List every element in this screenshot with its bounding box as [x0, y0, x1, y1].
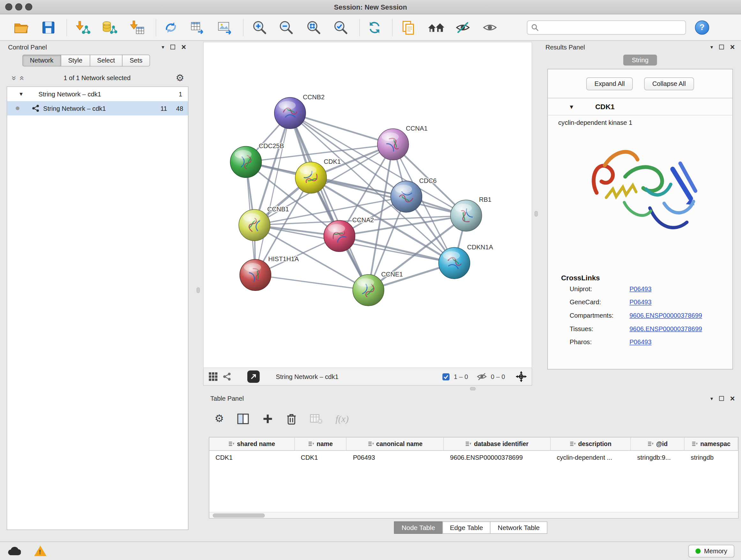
copy-style-button[interactable]	[399, 18, 418, 37]
panel-close-icon[interactable]: ×	[730, 394, 735, 402]
panel-menu-icon[interactable]: ▾	[162, 44, 164, 50]
delete-column-trash-icon[interactable]	[286, 413, 297, 425]
crosslink-value-link[interactable]: P06493	[629, 299, 651, 306]
zoom-fit-button[interactable]	[304, 18, 323, 37]
tab-network-table[interactable]: Network Table	[490, 521, 547, 534]
column-header-canonical-name[interactable]: canonical name	[347, 437, 444, 450]
network-badge-icon[interactable]	[223, 372, 231, 381]
open-in-new-window-button[interactable]	[247, 370, 260, 383]
expand-all-button[interactable]: Expand All	[587, 77, 633, 90]
refresh-button[interactable]	[365, 18, 384, 37]
new-network-button[interactable]	[161, 18, 181, 37]
node-CCNE1[interactable]	[353, 274, 384, 306]
tree-expanded-icon[interactable]: ▼	[18, 91, 25, 97]
zoom-selected-button[interactable]	[331, 18, 350, 37]
column-header--id[interactable]: @id	[631, 437, 684, 450]
gene-section-header[interactable]: ▼ CDK1	[548, 98, 733, 116]
crosslink-value-link[interactable]: 9606.ENSP00000378699	[629, 325, 702, 332]
crosslink-value-link[interactable]: P06493	[629, 286, 651, 293]
network-collection-row[interactable]: ▼ String Network – cdk1 1	[7, 87, 188, 101]
table-options-gear-icon[interactable]: ⚙	[214, 414, 224, 424]
panel-float-icon[interactable]	[171, 45, 175, 50]
table-cell[interactable]: CDK1	[209, 454, 294, 461]
table-row[interactable]: CDK1CDK1P064939606.ENSP00000378699cyclin…	[209, 451, 738, 464]
expand-all-icon[interactable]: »	[17, 76, 25, 80]
panel-close-icon[interactable]: ×	[730, 43, 735, 51]
cloud-icon[interactable]	[7, 546, 21, 556]
table-cell[interactable]: stringdb:9...	[631, 454, 684, 461]
tab-sets[interactable]: Sets	[122, 55, 150, 66]
memory-button[interactable]: Memory	[688, 544, 734, 557]
help-button[interactable]: ?	[692, 18, 712, 37]
scrollbar-thumb[interactable]	[212, 513, 265, 517]
maximize-window-button[interactable]	[25, 3, 32, 10]
horizontal-scrollbar[interactable]	[209, 512, 738, 518]
column-header-database-identifier[interactable]: database identifier	[444, 437, 550, 450]
network-view-canvas[interactable]: CCNB2CCNA1CDC25BCDK1CDC6RB1CCNB1CCNA2CDK…	[203, 42, 532, 368]
new-network-from-table-button[interactable]	[188, 18, 207, 37]
node-CCNB2[interactable]	[274, 98, 306, 129]
crosslink-value-link[interactable]: 9606.ENSP00000378699	[629, 312, 702, 319]
column-header-description[interactable]: description	[550, 437, 631, 450]
zoom-in-button[interactable]	[250, 18, 269, 37]
node-CCNB1[interactable]	[239, 209, 270, 241]
minimize-window-button[interactable]	[15, 3, 22, 10]
tab-style[interactable]: Style	[61, 55, 90, 66]
zoom-out-button[interactable]	[277, 18, 296, 37]
hide-graphics-details-button[interactable]	[454, 18, 473, 37]
column-header-namespac[interactable]: namespac	[684, 437, 738, 450]
tab-edge-table[interactable]: Edge Table	[442, 521, 490, 534]
node-CDC6[interactable]	[391, 181, 422, 212]
section-expanded-icon[interactable]: ▼	[569, 104, 575, 110]
fit-selected-crosshair-icon[interactable]	[515, 371, 527, 382]
edge-CCNB2-CCNA1[interactable]	[290, 113, 393, 144]
collapse-all-button[interactable]: Collapse All	[644, 77, 694, 90]
column-header-name[interactable]: name	[294, 437, 347, 450]
node-CDC25B[interactable]	[230, 146, 261, 178]
warning-icon[interactable]: !	[34, 546, 47, 556]
panel-close-icon[interactable]: ×	[181, 43, 186, 51]
tab-network[interactable]: Network	[22, 55, 61, 66]
search-box[interactable]	[527, 20, 686, 35]
table-cell[interactable]: cyclin-dependent ...	[550, 454, 631, 461]
save-session-button[interactable]	[39, 18, 58, 37]
panel-float-icon[interactable]	[719, 45, 724, 50]
import-network-from-file-button[interactable]	[73, 18, 92, 37]
vertical-splitter-handle[interactable]	[535, 211, 538, 216]
node-CCNA1[interactable]	[378, 129, 409, 160]
node-CCNA2[interactable]	[324, 220, 355, 252]
node-HIST1H1A[interactable]	[240, 259, 271, 291]
column-header-shared-name[interactable]: shared name	[209, 437, 294, 450]
close-window-button[interactable]	[5, 3, 12, 10]
node-RB1[interactable]	[451, 200, 482, 231]
edge-HIST1H1A-CCNE1[interactable]	[255, 275, 368, 290]
table-cell[interactable]: 9606.ENSP00000378699	[444, 454, 550, 461]
selected-checkbox-icon[interactable]	[442, 373, 450, 381]
panel-menu-icon[interactable]: ▾	[711, 396, 713, 401]
crosslink-value-link[interactable]: P06493	[629, 339, 651, 346]
table-cell[interactable]: stringdb	[684, 454, 738, 461]
export-image-button[interactable]	[215, 18, 234, 37]
show-columns-icon[interactable]	[237, 413, 249, 425]
table-cell[interactable]: CDK1	[294, 454, 347, 461]
search-input[interactable]	[542, 24, 682, 31]
home-button[interactable]	[426, 18, 446, 37]
tab-node-table[interactable]: Node Table	[394, 521, 443, 534]
table-cell[interactable]: P06493	[347, 454, 444, 461]
birds-eye-view-icon[interactable]	[208, 372, 218, 381]
show-graphics-details-button[interactable]	[480, 18, 499, 37]
import-network-from-database-button[interactable]	[99, 18, 119, 37]
horizontal-splitter-handle[interactable]	[470, 387, 476, 390]
panel-menu-icon[interactable]: ▾	[711, 44, 713, 50]
panel-float-icon[interactable]	[719, 396, 724, 401]
network-options-gear-icon[interactable]: ⚙	[176, 73, 184, 83]
vertical-splitter-handle[interactable]	[197, 287, 200, 293]
open-session-button[interactable]	[11, 18, 30, 37]
node-CDKN1A[interactable]	[439, 247, 470, 279]
tab-string[interactable]: String	[623, 55, 657, 65]
hidden-eye-slash-icon[interactable]	[476, 372, 487, 381]
import-table-button[interactable]	[128, 18, 147, 37]
edge-CCNB2-HIST1H1A[interactable]	[255, 113, 290, 275]
node-CDK1[interactable]	[295, 162, 327, 193]
edge-CCNB2-CCNE1[interactable]	[290, 113, 368, 290]
